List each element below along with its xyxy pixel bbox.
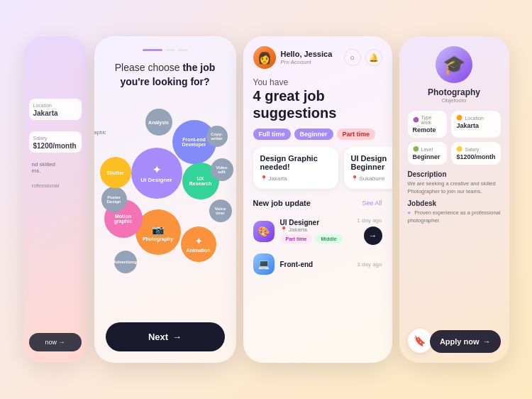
progress-dot-2 <box>165 49 175 51</box>
see-all-link[interactable]: See All <box>362 200 382 207</box>
s1-salary-block: Salary $1200/month <box>29 131 82 153</box>
user-avatar: 👩 <box>253 46 276 69</box>
job-card-2-title: UI Design Beginner <box>351 154 392 171</box>
job-list-icon-1: 🎨 <box>253 221 275 242</box>
screen4-job-detail: 🎓 Photography Objefooto 🟣 Type work Remo… <box>399 36 509 363</box>
location-pin-icon-1: 📍 <box>260 175 267 182</box>
filter-parttime[interactable]: Part time <box>337 129 376 140</box>
level-icon: 🟢 <box>413 146 419 152</box>
bubble-copywriter[interactable]: Copy-writer <box>206 126 228 147</box>
job-card-1[interactable]: Design Graphic needed! 📍 Jakarta <box>253 147 338 189</box>
s1-cta-button[interactable]: now → <box>29 333 82 351</box>
filter-beginner[interactable]: Beginner <box>294 129 333 140</box>
frontend-label: Front-endDeveloper <box>182 137 206 147</box>
s1-location-block: Location Jakarta <box>29 99 82 120</box>
job-list-item-2[interactable]: 💻 Front-end 3 day ago <box>243 249 392 279</box>
screen3-job-feed: 👩 Hello, Jessica Pro Account ○ 🔔 You hav… <box>243 36 392 363</box>
job-card-2[interactable]: UI Design Beginner 📍 Sukabumi <box>344 147 392 189</box>
s2-graphic-label: raphic <box>94 130 106 135</box>
bubble-advertising[interactable]: Advertising <box>114 251 137 273</box>
greeting-section: You have 4 great job suggestions <box>243 75 392 129</box>
s1-desc: nd skilledms. <box>29 158 82 177</box>
tag-middle-1: Middle <box>315 234 342 244</box>
next-button[interactable]: Next → <box>106 322 225 351</box>
bubble-animation[interactable]: ✦ Animation <box>181 226 216 262</box>
type-work-value: Remote <box>413 126 443 133</box>
job-list-info-2: Front-end <box>280 261 352 268</box>
salary-cell: 🟡 Salary $1200/month <box>451 142 500 165</box>
type-icon: 🟣 <box>413 117 419 123</box>
motion-label: Motiongraphic <box>114 214 132 224</box>
user-name: Hello, Jessica <box>281 50 333 59</box>
salary-label: 🟡 Salary <box>456 146 495 152</box>
greeting-sub: You have <box>253 77 382 87</box>
job-list-icon-2: 💻 <box>253 253 275 275</box>
jobdesk-title: Jobdesk <box>408 200 501 207</box>
job-detail-title: Photography <box>408 87 501 97</box>
screen2-title: Please choose the jobyou're looking for? <box>115 61 216 89</box>
animation-label: Animation <box>186 248 210 253</box>
jobdesk-text: ● Proven experience as a professional ph… <box>408 209 501 224</box>
location-value: Jakarta <box>456 122 495 129</box>
search-icon-btn[interactable]: ○ <box>344 49 361 66</box>
bookmark-button[interactable]: 🔖 <box>408 329 432 353</box>
bubble-video-edit[interactable]: Video edit <box>211 158 233 181</box>
photography-label: Photography <box>143 236 173 241</box>
location-label: 🟠 Location <box>456 115 495 121</box>
copywriter-label: Copy-writer <box>211 132 223 141</box>
job-list-meta-1: 1 day ago → <box>357 217 382 245</box>
job-time-1: 1 day ago <box>357 217 382 224</box>
description-section: Description We are seeking a creative an… <box>408 170 501 195</box>
type-work-cell: 🟣 Type work Remote <box>408 111 448 138</box>
job-arrow-btn-1[interactable]: → <box>364 226 382 245</box>
job-time-2: 3 day ago <box>357 261 382 268</box>
user-info-block: Hello, Jessica Pro Account <box>281 50 333 66</box>
feed-header: 👩 Hello, Jessica Pro Account ○ 🔔 <box>243 36 392 75</box>
apply-now-button[interactable]: Apply now → <box>430 330 501 353</box>
s1-salary-label: Salary <box>33 136 48 141</box>
job-photo-icon: 🎓 <box>436 46 472 83</box>
s1-location-label: Location <box>33 103 52 108</box>
level-value: Beginner <box>413 153 443 160</box>
type-work-label: 🟣 Type work <box>413 115 443 125</box>
info-grid: 🟣 Type work Remote 🟠 Location Jakarta 🟢 <box>408 111 501 165</box>
bubble-shutter[interactable]: Shutter <box>100 157 131 188</box>
bubble-analysis[interactable]: Analysis <box>145 109 172 136</box>
header-icons: ○ 🔔 <box>344 49 382 66</box>
ui-designer-icon: ✦ <box>153 164 161 175</box>
bell-icon-btn[interactable]: 🔔 <box>365 49 382 66</box>
progress-bar <box>143 49 188 51</box>
video-edit-label: Video edit <box>215 165 229 174</box>
job-card-2-location: 📍 Sukabumi <box>351 175 392 182</box>
description-text: We are seeking a creative and skilled Ph… <box>408 180 501 195</box>
jobdesk-dot: ● <box>408 209 411 216</box>
job-list-name-1: UI Designer <box>280 219 352 226</box>
loc-icon: 🟠 <box>456 115 462 121</box>
bubble-ui-designer[interactable]: ✦ UI Designer <box>131 148 182 199</box>
progress-dot-3 <box>178 49 188 51</box>
job-list-loc-1: 📍 Jakarta <box>280 226 352 233</box>
greeting-main: 4 great job suggestions <box>253 87 382 121</box>
apply-arrow-icon: → <box>483 337 491 346</box>
new-job-title: New job update <box>253 199 311 207</box>
job-list-item-1[interactable]: 🎨 UI Designer 📍 Jakarta Part time Middle… <box>243 213 392 249</box>
job-cards-row: Design Graphic needed! 📍 Jakarta UI Desi… <box>243 147 392 196</box>
apply-label: Apply now <box>440 337 480 346</box>
next-label: Next <box>148 332 168 342</box>
bubble-poster[interactable]: Poster Design <box>101 187 127 212</box>
job-list-info-1: UI Designer 📍 Jakarta Part time Middle <box>280 219 352 244</box>
ux-research-label: UXResearch <box>189 176 212 186</box>
loc-pin-1: 📍 <box>280 226 287 233</box>
user-tag: Pro Account <box>281 59 333 66</box>
level-label: 🟢 Level <box>413 146 443 152</box>
tag-parttime-1: Part time <box>280 234 313 244</box>
bubble-area: ✦ UI Designer 📷 Photography Front-endDev… <box>94 94 236 300</box>
filter-fulltime[interactable]: Full time <box>253 129 291 140</box>
progress-dot-1 <box>143 49 162 51</box>
shutter-label: Shutter <box>106 170 124 175</box>
job-card-1-location: 📍 Jakarta <box>260 175 331 182</box>
salary-value: $1200/month <box>456 153 495 160</box>
bubble-voice-over[interactable]: Voice over <box>209 200 232 222</box>
animation-icon: ✦ <box>195 236 202 246</box>
ui-designer-label: UI Designer <box>140 177 172 183</box>
